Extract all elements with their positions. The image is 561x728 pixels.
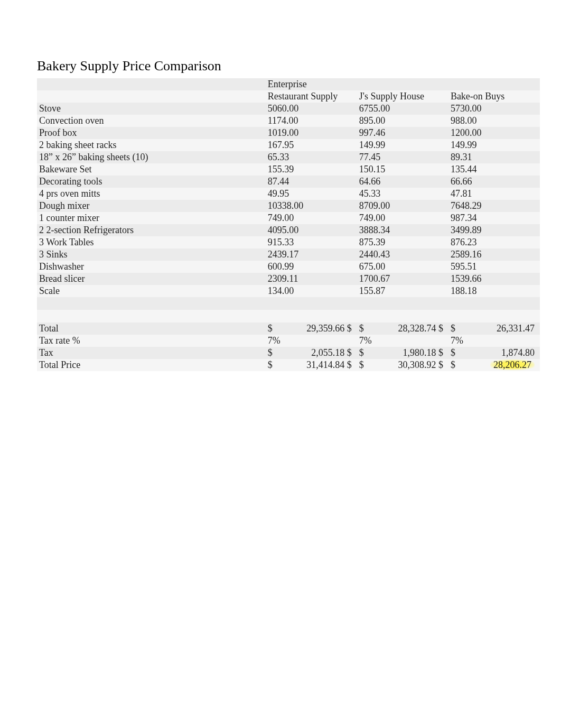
- item-value: 600.99: [266, 261, 357, 273]
- summary-value-highlight: $28,206.27: [448, 359, 540, 371]
- summary-label-tax: Tax: [37, 347, 266, 359]
- table-row: Tax rate %7%7%7%: [37, 335, 540, 347]
- item-value: 988.00: [448, 115, 540, 127]
- item-label: 4 prs oven mitts: [37, 188, 266, 200]
- item-value: 1174.00: [266, 115, 357, 127]
- item-value: 2589.16: [448, 248, 540, 261]
- page-title: Bakery Supply Price Comparison: [37, 58, 540, 74]
- item-value: 2439.17: [266, 248, 357, 261]
- item-value: 876.23: [448, 236, 540, 248]
- item-value: 8709.00: [357, 200, 448, 212]
- table-row: Bread slicer2309.111700.671539.66: [37, 273, 540, 285]
- summary-value: $2,055.18 $: [266, 347, 357, 359]
- item-label: 2 2-section Refrigerators: [37, 224, 266, 236]
- table-row: Dishwasher600.99675.00595.51: [37, 261, 540, 273]
- summary-label-taxrate: Tax rate %: [37, 335, 266, 347]
- col-header: Restaurant Supply: [266, 90, 357, 103]
- summary-label-total: Total: [37, 322, 266, 335]
- table-row: Total$29,359.66 $$28,328.74 $$26,331.47: [37, 322, 540, 335]
- table-row: Total Price$31,414.84 $$30,308.92 $$28,2…: [37, 359, 540, 371]
- item-value: 149.99: [357, 139, 448, 151]
- item-value: 4095.00: [266, 224, 357, 236]
- item-value: 875.39: [357, 236, 448, 248]
- header-blank: [37, 78, 266, 90]
- summary-value: $1,874.80: [448, 347, 540, 359]
- table-row: Convection oven1174.00895.00988.00: [37, 115, 540, 127]
- item-value: 675.00: [357, 261, 448, 273]
- table-row: 3 Sinks2439.172440.432589.16: [37, 248, 540, 261]
- item-value: 3499.89: [448, 224, 540, 236]
- item-value: 65.33: [266, 151, 357, 163]
- item-label: 2 baking sheet racks: [37, 139, 266, 151]
- item-label: 3 Work Tables: [37, 236, 266, 248]
- summary-value: $29,359.66 $: [266, 322, 357, 335]
- item-label: 18” x 26” baking sheets (10): [37, 151, 266, 163]
- item-value: 167.95: [266, 139, 357, 151]
- item-value: 155.39: [266, 163, 357, 176]
- item-value: 1019.00: [266, 127, 357, 139]
- item-value: 5060.00: [266, 103, 357, 115]
- table-row: Restaurant SupplyJ's Supply HouseBake-on…: [37, 90, 540, 103]
- item-value: 149.99: [448, 139, 540, 151]
- item-value: 150.15: [357, 163, 448, 176]
- item-value: 6755.00: [357, 103, 448, 115]
- item-value: 749.00: [266, 212, 357, 224]
- item-value: 1200.00: [448, 127, 540, 139]
- table-row: 2 baking sheet racks167.95149.99149.99: [37, 139, 540, 151]
- table-row: Tax$2,055.18 $$1,980.18 $$1,874.80: [37, 347, 540, 359]
- item-value: 987.34: [448, 212, 540, 224]
- item-value: 1700.67: [357, 273, 448, 285]
- header-blank: [357, 78, 448, 90]
- item-label: Stove: [37, 103, 266, 115]
- table-row: [37, 297, 540, 310]
- item-value: 155.87: [357, 285, 448, 297]
- item-value: 7648.29: [448, 200, 540, 212]
- item-label: 1 counter mixer: [37, 212, 266, 224]
- table-row: Decorating tools87.4464.6666.66: [37, 176, 540, 188]
- item-value: 915.33: [266, 236, 357, 248]
- price-table: EnterpriseRestaurant SupplyJ's Supply Ho…: [37, 78, 540, 371]
- item-label: Dough mixer: [37, 200, 266, 212]
- table-row: [37, 310, 540, 322]
- item-value: 66.66: [448, 176, 540, 188]
- item-value: 10338.00: [266, 200, 357, 212]
- item-label: 3 Sinks: [37, 248, 266, 261]
- table-row: Bakeware Set155.39150.15135.44: [37, 163, 540, 176]
- header-blank: [448, 78, 540, 90]
- col-header: J's Supply House: [357, 90, 448, 103]
- summary-value: $1,980.18 $: [357, 347, 448, 359]
- summary-value: $31,414.84 $: [266, 359, 357, 371]
- summary-label-totalprice: Total Price: [37, 359, 266, 371]
- item-label: Proof box: [37, 127, 266, 139]
- item-label: Scale: [37, 285, 266, 297]
- col-header: Bake-on Buys: [448, 90, 540, 103]
- item-value: 749.00: [357, 212, 448, 224]
- item-value: 89.31: [448, 151, 540, 163]
- col-header-line1: Enterprise: [266, 78, 357, 90]
- item-value: 134.00: [266, 285, 357, 297]
- item-value: 1539.66: [448, 273, 540, 285]
- item-value: 64.66: [357, 176, 448, 188]
- item-value: 5730.00: [448, 103, 540, 115]
- summary-value: 7%: [266, 335, 357, 347]
- table-row: 4 prs oven mitts49.9545.3347.81: [37, 188, 540, 200]
- item-value: 595.51: [448, 261, 540, 273]
- table-row: Scale134.00155.87188.18: [37, 285, 540, 297]
- table-row: 3 Work Tables915.33875.39876.23: [37, 236, 540, 248]
- item-label: Dishwasher: [37, 261, 266, 273]
- item-value: 49.95: [266, 188, 357, 200]
- item-label: Bakeware Set: [37, 163, 266, 176]
- item-value: 895.00: [357, 115, 448, 127]
- item-value: 135.44: [448, 163, 540, 176]
- item-value: 997.46: [357, 127, 448, 139]
- table-row: 1 counter mixer749.00749.00987.34: [37, 212, 540, 224]
- table-row: Dough mixer10338.008709.007648.29: [37, 200, 540, 212]
- table-row: Proof box1019.00997.461200.00: [37, 127, 540, 139]
- item-value: 3888.34: [357, 224, 448, 236]
- item-value: 77.45: [357, 151, 448, 163]
- header-blank: [37, 90, 266, 103]
- item-label: Decorating tools: [37, 176, 266, 188]
- item-label: Convection oven: [37, 115, 266, 127]
- summary-value: $26,331.47: [448, 322, 540, 335]
- summary-value: 7%: [357, 335, 448, 347]
